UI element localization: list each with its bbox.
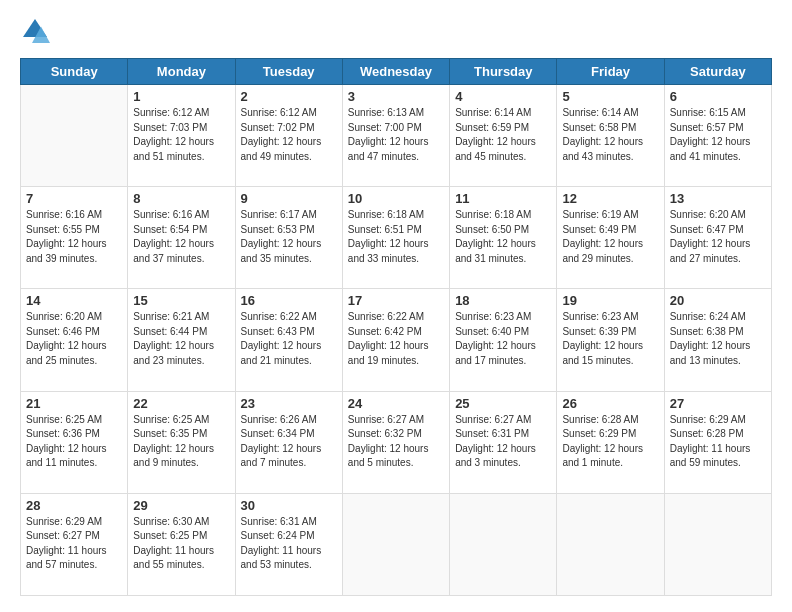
calendar-cell: 1Sunrise: 6:12 AMSunset: 7:03 PMDaylight…	[128, 85, 235, 187]
calendar-cell: 4Sunrise: 6:14 AMSunset: 6:59 PMDaylight…	[450, 85, 557, 187]
day-number: 15	[133, 293, 229, 308]
header	[20, 16, 772, 46]
day-number: 30	[241, 498, 337, 513]
weekday-header-tuesday: Tuesday	[235, 59, 342, 85]
day-number: 16	[241, 293, 337, 308]
day-info: Sunrise: 6:15 AMSunset: 6:57 PMDaylight:…	[670, 106, 766, 164]
day-number: 22	[133, 396, 229, 411]
week-row-2: 7Sunrise: 6:16 AMSunset: 6:55 PMDaylight…	[21, 187, 772, 289]
day-info: Sunrise: 6:12 AMSunset: 7:03 PMDaylight:…	[133, 106, 229, 164]
week-row-5: 28Sunrise: 6:29 AMSunset: 6:27 PMDayligh…	[21, 493, 772, 595]
day-number: 18	[455, 293, 551, 308]
day-info: Sunrise: 6:23 AMSunset: 6:40 PMDaylight:…	[455, 310, 551, 368]
day-info: Sunrise: 6:26 AMSunset: 6:34 PMDaylight:…	[241, 413, 337, 471]
calendar-cell: 14Sunrise: 6:20 AMSunset: 6:46 PMDayligh…	[21, 289, 128, 391]
day-info: Sunrise: 6:18 AMSunset: 6:50 PMDaylight:…	[455, 208, 551, 266]
day-number: 6	[670, 89, 766, 104]
day-info: Sunrise: 6:22 AMSunset: 6:42 PMDaylight:…	[348, 310, 444, 368]
day-number: 8	[133, 191, 229, 206]
calendar-cell: 27Sunrise: 6:29 AMSunset: 6:28 PMDayligh…	[664, 391, 771, 493]
calendar-cell: 13Sunrise: 6:20 AMSunset: 6:47 PMDayligh…	[664, 187, 771, 289]
day-info: Sunrise: 6:23 AMSunset: 6:39 PMDaylight:…	[562, 310, 658, 368]
calendar-cell: 26Sunrise: 6:28 AMSunset: 6:29 PMDayligh…	[557, 391, 664, 493]
calendar-cell: 19Sunrise: 6:23 AMSunset: 6:39 PMDayligh…	[557, 289, 664, 391]
calendar-cell	[342, 493, 449, 595]
day-number: 9	[241, 191, 337, 206]
calendar-cell: 24Sunrise: 6:27 AMSunset: 6:32 PMDayligh…	[342, 391, 449, 493]
weekday-header-row: SundayMondayTuesdayWednesdayThursdayFrid…	[21, 59, 772, 85]
day-info: Sunrise: 6:29 AMSunset: 6:28 PMDaylight:…	[670, 413, 766, 471]
calendar-cell	[21, 85, 128, 187]
calendar-cell: 9Sunrise: 6:17 AMSunset: 6:53 PMDaylight…	[235, 187, 342, 289]
calendar-cell: 17Sunrise: 6:22 AMSunset: 6:42 PMDayligh…	[342, 289, 449, 391]
calendar-table: SundayMondayTuesdayWednesdayThursdayFrid…	[20, 58, 772, 596]
calendar-cell: 20Sunrise: 6:24 AMSunset: 6:38 PMDayligh…	[664, 289, 771, 391]
day-info: Sunrise: 6:17 AMSunset: 6:53 PMDaylight:…	[241, 208, 337, 266]
day-info: Sunrise: 6:19 AMSunset: 6:49 PMDaylight:…	[562, 208, 658, 266]
day-info: Sunrise: 6:16 AMSunset: 6:55 PMDaylight:…	[26, 208, 122, 266]
day-number: 19	[562, 293, 658, 308]
calendar-cell	[450, 493, 557, 595]
day-number: 3	[348, 89, 444, 104]
calendar-cell: 8Sunrise: 6:16 AMSunset: 6:54 PMDaylight…	[128, 187, 235, 289]
calendar-cell	[557, 493, 664, 595]
day-info: Sunrise: 6:18 AMSunset: 6:51 PMDaylight:…	[348, 208, 444, 266]
weekday-header-thursday: Thursday	[450, 59, 557, 85]
day-number: 25	[455, 396, 551, 411]
calendar-cell: 12Sunrise: 6:19 AMSunset: 6:49 PMDayligh…	[557, 187, 664, 289]
weekday-header-friday: Friday	[557, 59, 664, 85]
calendar-cell: 25Sunrise: 6:27 AMSunset: 6:31 PMDayligh…	[450, 391, 557, 493]
calendar-cell: 2Sunrise: 6:12 AMSunset: 7:02 PMDaylight…	[235, 85, 342, 187]
day-number: 11	[455, 191, 551, 206]
day-number: 10	[348, 191, 444, 206]
calendar-cell: 18Sunrise: 6:23 AMSunset: 6:40 PMDayligh…	[450, 289, 557, 391]
day-number: 29	[133, 498, 229, 513]
calendar-cell: 11Sunrise: 6:18 AMSunset: 6:50 PMDayligh…	[450, 187, 557, 289]
day-number: 5	[562, 89, 658, 104]
day-info: Sunrise: 6:22 AMSunset: 6:43 PMDaylight:…	[241, 310, 337, 368]
calendar-cell: 16Sunrise: 6:22 AMSunset: 6:43 PMDayligh…	[235, 289, 342, 391]
weekday-header-saturday: Saturday	[664, 59, 771, 85]
calendar-cell: 23Sunrise: 6:26 AMSunset: 6:34 PMDayligh…	[235, 391, 342, 493]
day-info: Sunrise: 6:20 AMSunset: 6:47 PMDaylight:…	[670, 208, 766, 266]
day-number: 12	[562, 191, 658, 206]
day-number: 27	[670, 396, 766, 411]
day-info: Sunrise: 6:25 AMSunset: 6:36 PMDaylight:…	[26, 413, 122, 471]
logo	[20, 16, 54, 46]
day-info: Sunrise: 6:27 AMSunset: 6:31 PMDaylight:…	[455, 413, 551, 471]
weekday-header-sunday: Sunday	[21, 59, 128, 85]
calendar-cell: 3Sunrise: 6:13 AMSunset: 7:00 PMDaylight…	[342, 85, 449, 187]
calendar-cell: 7Sunrise: 6:16 AMSunset: 6:55 PMDaylight…	[21, 187, 128, 289]
day-info: Sunrise: 6:16 AMSunset: 6:54 PMDaylight:…	[133, 208, 229, 266]
calendar-cell: 30Sunrise: 6:31 AMSunset: 6:24 PMDayligh…	[235, 493, 342, 595]
day-info: Sunrise: 6:29 AMSunset: 6:27 PMDaylight:…	[26, 515, 122, 573]
day-number: 28	[26, 498, 122, 513]
day-number: 14	[26, 293, 122, 308]
day-info: Sunrise: 6:13 AMSunset: 7:00 PMDaylight:…	[348, 106, 444, 164]
calendar-cell: 5Sunrise: 6:14 AMSunset: 6:58 PMDaylight…	[557, 85, 664, 187]
calendar-cell: 15Sunrise: 6:21 AMSunset: 6:44 PMDayligh…	[128, 289, 235, 391]
calendar-cell: 22Sunrise: 6:25 AMSunset: 6:35 PMDayligh…	[128, 391, 235, 493]
week-row-1: 1Sunrise: 6:12 AMSunset: 7:03 PMDaylight…	[21, 85, 772, 187]
day-info: Sunrise: 6:25 AMSunset: 6:35 PMDaylight:…	[133, 413, 229, 471]
day-info: Sunrise: 6:14 AMSunset: 6:59 PMDaylight:…	[455, 106, 551, 164]
day-number: 13	[670, 191, 766, 206]
day-number: 2	[241, 89, 337, 104]
day-info: Sunrise: 6:12 AMSunset: 7:02 PMDaylight:…	[241, 106, 337, 164]
day-info: Sunrise: 6:14 AMSunset: 6:58 PMDaylight:…	[562, 106, 658, 164]
day-info: Sunrise: 6:24 AMSunset: 6:38 PMDaylight:…	[670, 310, 766, 368]
weekday-header-monday: Monday	[128, 59, 235, 85]
day-info: Sunrise: 6:31 AMSunset: 6:24 PMDaylight:…	[241, 515, 337, 573]
day-number: 17	[348, 293, 444, 308]
logo-icon	[20, 16, 50, 46]
day-number: 1	[133, 89, 229, 104]
calendar-cell: 10Sunrise: 6:18 AMSunset: 6:51 PMDayligh…	[342, 187, 449, 289]
day-number: 26	[562, 396, 658, 411]
day-number: 21	[26, 396, 122, 411]
calendar-cell	[664, 493, 771, 595]
day-info: Sunrise: 6:27 AMSunset: 6:32 PMDaylight:…	[348, 413, 444, 471]
calendar-cell: 6Sunrise: 6:15 AMSunset: 6:57 PMDaylight…	[664, 85, 771, 187]
day-number: 24	[348, 396, 444, 411]
day-number: 20	[670, 293, 766, 308]
week-row-4: 21Sunrise: 6:25 AMSunset: 6:36 PMDayligh…	[21, 391, 772, 493]
